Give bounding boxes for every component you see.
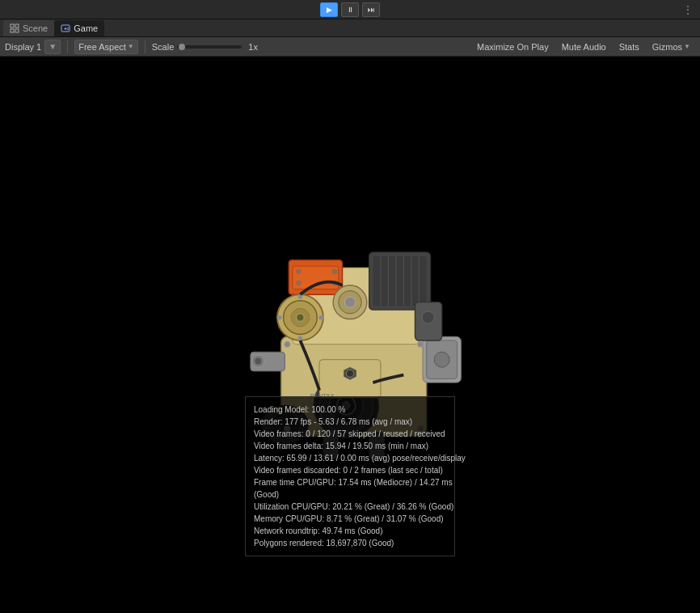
scale-thumb: [179, 44, 185, 50]
game-viewport: PENTAX Loading Model: 100.00 % Render: 1…: [0, 57, 700, 613]
svg-point-43: [346, 370, 353, 377]
svg-point-35: [298, 336, 303, 340]
stats-line-0: Loading Model: 100.00 %: [254, 404, 446, 416]
gizmos-dropdown[interactable]: Gizmos ▼: [647, 40, 695, 54]
display-label: Display 1: [5, 42, 41, 52]
stats-overlay: Loading Model: 100.00 % Render: 177 fps …: [245, 396, 455, 556]
scene-icon: [10, 23, 19, 33]
gizmos-chevron-icon: ▼: [684, 43, 690, 50]
svg-rect-3: [15, 29, 19, 32]
play-button[interactable]: ▶: [320, 2, 338, 17]
svg-point-7: [67, 27, 69, 28]
game-icon: [61, 23, 70, 33]
svg-point-40: [344, 297, 355, 307]
aspect-dropdown[interactable]: Free Aspect ▼: [74, 40, 138, 54]
step-icon: ⏭: [368, 6, 375, 14]
svg-point-37: [318, 315, 323, 320]
svg-point-13: [297, 269, 302, 274]
svg-point-15: [297, 281, 302, 285]
tab-scene[interactable]: Scene: [3, 20, 54, 36]
svg-point-14: [332, 269, 337, 274]
scene-tab-label: Scene: [23, 23, 48, 33]
mute-audio-button[interactable]: Mute Audio: [557, 40, 611, 54]
playback-controls: ▶ ⏸ ⏭: [320, 2, 380, 17]
stats-line-3: Video frames delta: 15.94 / 19.50 ms (mi…: [254, 440, 446, 452]
svg-point-46: [255, 357, 262, 365]
scale-label: Scale: [152, 42, 175, 52]
stats-button[interactable]: Stats: [614, 40, 644, 54]
game-tab-label: Game: [74, 23, 98, 33]
stats-line-9: Memory CPU/GPU: 8.71 % (Great) / 31.07 %…: [254, 513, 446, 525]
svg-rect-1: [15, 24, 19, 27]
separator-1: [67, 40, 68, 53]
scale-track: [177, 45, 242, 49]
svg-rect-0: [11, 24, 14, 27]
svg-point-34: [298, 294, 303, 299]
scale-control[interactable]: 1x: [177, 42, 258, 52]
separator-2: [145, 40, 145, 53]
gizmos-label: Gizmos: [652, 42, 682, 52]
stats-line-1: Render: 177 fps - 5.63 / 6.78 ms (avg / …: [254, 416, 446, 428]
stats-line-10: Network roundtrip: 49.74 ms (Good): [254, 525, 446, 537]
tab-bar: Scene Game: [0, 19, 700, 37]
stats-line-7: (Good): [254, 488, 446, 501]
aspect-chevron-icon: ▼: [128, 43, 134, 50]
svg-point-55: [422, 311, 434, 323]
svg-point-36: [277, 315, 282, 320]
tab-game[interactable]: Game: [54, 20, 104, 36]
display-chevron: ▼: [44, 40, 61, 54]
svg-point-57: [417, 341, 424, 348]
maximize-on-play-button[interactable]: Maximize On Play: [472, 40, 554, 54]
options-bar: Display 1 ▼ Free Aspect ▼ Scale 1x Maxim…: [0, 37, 700, 57]
svg-point-33: [297, 314, 304, 321]
svg-point-49: [434, 352, 449, 367]
stats-line-11: Polygons rendered: 18,697,870 (Good): [254, 537, 446, 549]
pause-icon: ⏸: [347, 6, 354, 14]
step-button[interactable]: ⏭: [362, 2, 380, 17]
scale-value: 1x: [248, 42, 258, 52]
play-icon: ▶: [327, 6, 332, 14]
stats-line-4: Latency: 65.99 / 13.61 / 0.00 ms (avg) p…: [254, 452, 446, 464]
top-playback-bar: ▶ ⏸ ⏭ ⋮: [0, 0, 700, 19]
stats-line-2: Video frames: 0 / 120 / 57 skipped / reu…: [254, 428, 446, 440]
stats-line-5: Video frames discarded: 0 / 2 frames (la…: [254, 464, 446, 476]
svg-point-56: [285, 341, 291, 348]
stats-line-6: Frame time CPU/GPU: 17.54 ms (Mediocre) …: [254, 476, 446, 488]
stats-line-8: Utilization CPU/GPU: 20.21 % (Great) / 3…: [254, 501, 446, 513]
aspect-label: Free Aspect: [78, 42, 126, 52]
pause-button[interactable]: ⏸: [341, 2, 359, 17]
more-options-button[interactable]: ⋮: [682, 3, 694, 16]
svg-rect-2: [11, 29, 14, 32]
svg-point-8: [67, 28, 69, 30]
